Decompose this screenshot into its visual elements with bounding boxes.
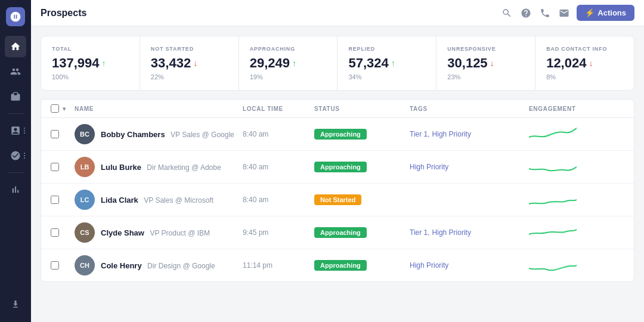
stat-pct-bad_contact: 8% — [546, 73, 623, 80]
local-time-3: 8:40 am — [243, 196, 268, 204]
stat-unresponsive: UNRESPONSIVE 30,125 ↓ 23% — [436, 36, 535, 90]
row-tags-cell-1: Tier 1, High Priority — [410, 130, 529, 138]
sidebar-item-bar-chart[interactable] — [5, 179, 26, 200]
stat-label-not_started: NOT STARTED — [151, 46, 228, 52]
row-tags-cell-5: High Priority — [410, 261, 529, 270]
chevron-down-icon[interactable]: ▾ — [63, 106, 66, 112]
local-time-4: 9:45 pm — [243, 228, 268, 237]
sidebar-item-users[interactable] — [5, 61, 26, 82]
stat-value-total: 137,994 ↑ — [52, 55, 129, 71]
status-badge-1: Approaching — [314, 129, 367, 140]
sidebar-item-download[interactable] — [5, 293, 26, 315]
table-row: LB Lulu Burke Dir Marketing @ Adobe 8:40… — [41, 151, 634, 184]
row-engagement-cell-3 — [529, 191, 624, 209]
mail-icon[interactable] — [559, 8, 569, 18]
tag-0[interactable]: Tier 1, — [410, 130, 430, 138]
row-person-cell-1: BC Bobby Chambers VP Sales @ Google — [75, 124, 243, 144]
row-person-cell-3: LC Lida Clark VP Sales @ Microsoft — [75, 190, 243, 210]
trend-up-icon: ↑ — [102, 58, 106, 68]
row-person-cell-5: CH Cole Henry Dir Design @ Google — [75, 255, 243, 275]
avatar-5: CH — [75, 255, 95, 275]
sidebar-dots — [24, 128, 25, 134]
row-time-cell-4: 9:45 pm — [243, 228, 314, 237]
sidebar-dots-2 — [24, 153, 25, 159]
sparkline-1 — [529, 125, 577, 143]
stat-total: TOTAL 137,994 ↑ 100% — [41, 36, 140, 90]
row-engagement-cell-4 — [529, 224, 624, 242]
sidebar-divider-2 — [7, 172, 24, 173]
sidebar-divider-1 — [7, 113, 24, 114]
stat-label-bad_contact: BAD CONTACT INFO — [546, 46, 623, 52]
tag-0[interactable]: Tier 1, — [410, 228, 430, 237]
stat-label-unresponsive: UNRESPONSIVE — [447, 46, 524, 52]
row-checkbox-2[interactable] — [51, 163, 59, 171]
row-status-cell-2: Approaching — [314, 162, 410, 172]
person-name-4: Clyde Shaw — [101, 228, 144, 237]
th-name: NAME — [75, 104, 243, 113]
status-badge-4: Approaching — [314, 227, 367, 238]
header-icons — [501, 8, 569, 18]
status-badge-3: Not Started — [314, 194, 361, 205]
search-icon[interactable] — [501, 8, 512, 18]
actions-label: Actions — [597, 8, 626, 17]
status-badge-2: Approaching — [314, 162, 367, 172]
tag-1[interactable]: High Priority — [432, 130, 471, 138]
trend-up-icon: ↑ — [391, 58, 395, 68]
person-info-5: CH Cole Henry Dir Design @ Google — [75, 255, 215, 275]
person-role-1: VP Sales @ Google — [171, 131, 234, 139]
local-time-5: 11:14 pm — [243, 261, 273, 270]
trend-up-icon: ↑ — [292, 58, 296, 68]
tag-1[interactable]: High Priority — [432, 228, 471, 237]
sparkline-2 — [529, 158, 577, 176]
stat-value-approaching: 29,249 ↑ — [250, 55, 327, 71]
person-name-5: Cole Henry — [101, 261, 142, 270]
table-row: LC Lida Clark VP Sales @ Microsoft 8:40 … — [41, 184, 634, 216]
table-row: BC Bobby Chambers VP Sales @ Google 8:40… — [41, 118, 634, 151]
avatar-4: CS — [75, 222, 95, 243]
th-status: STATUS — [314, 104, 410, 113]
table-row: CH Cole Henry Dir Design @ Google 11:14 … — [41, 249, 634, 281]
th-tags: TAGS — [410, 104, 529, 113]
row-time-cell-3: 8:40 am — [243, 196, 314, 204]
row-time-cell-1: 8:40 am — [243, 130, 314, 138]
sidebar-item-home[interactable] — [5, 36, 26, 57]
stat-pct-unresponsive: 23% — [447, 73, 524, 80]
sparkline-4 — [529, 224, 577, 242]
row-checkbox-1[interactable] — [51, 130, 59, 138]
person-role-3: VP Sales @ Microsoft — [144, 196, 213, 205]
sidebar-item-check[interactable] — [5, 145, 26, 166]
phone-icon[interactable] — [540, 8, 550, 18]
help-icon[interactable] — [521, 8, 531, 18]
actions-button[interactable]: ⚡ Actions — [577, 5, 634, 21]
person-name-role-5: Cole Henry Dir Design @ Google — [101, 260, 215, 271]
row-engagement-cell-2 — [529, 158, 624, 176]
avatar-1: BC — [75, 124, 95, 144]
sidebar-item-chart[interactable] — [5, 120, 26, 141]
row-checkbox-5[interactable] — [51, 261, 59, 270]
lightning-icon: ⚡ — [585, 8, 595, 17]
trend-down-icon: ↓ — [490, 58, 494, 68]
row-person-cell-4: CS Clyde Shaw VP Product @ IBM — [75, 222, 243, 243]
stat-value-replied: 57,324 ↑ — [348, 55, 425, 71]
select-all-checkbox[interactable] — [51, 104, 59, 113]
th-engagement: ENGAGEMENT — [529, 104, 624, 113]
header: Prospects ⚡ Actions — [31, 0, 644, 26]
row-checkbox-3[interactable] — [51, 196, 59, 204]
person-info-4: CS Clyde Shaw VP Product @ IBM — [75, 222, 210, 243]
sidebar-item-briefcase[interactable] — [5, 86, 26, 107]
stat-label-replied: REPLIED — [348, 46, 425, 52]
person-role-5: Dir Design @ Google — [147, 262, 215, 270]
row-checkbox-4[interactable] — [51, 228, 59, 237]
stat-label-total: TOTAL — [52, 46, 129, 52]
tag-0[interactable]: High Priority — [410, 163, 448, 171]
trend-down-icon: ↓ — [193, 58, 197, 68]
prospects-table: ▾ NAME LOCAL TIME STATUS TAGS ENGAGEMENT… — [41, 99, 634, 282]
person-info-1: BC Bobby Chambers VP Sales @ Google — [75, 124, 234, 144]
app-logo[interactable] — [6, 7, 25, 26]
stat-value-unresponsive: 30,125 ↓ — [447, 55, 524, 71]
person-role-2: Dir Marketing @ Adobe — [147, 163, 221, 172]
tag-0[interactable]: High Priority — [410, 261, 448, 270]
trend-down-icon: ↓ — [589, 58, 593, 68]
row-engagement-cell-1 — [529, 125, 624, 143]
stat-value-not_started: 33,432 ↓ — [151, 55, 228, 71]
